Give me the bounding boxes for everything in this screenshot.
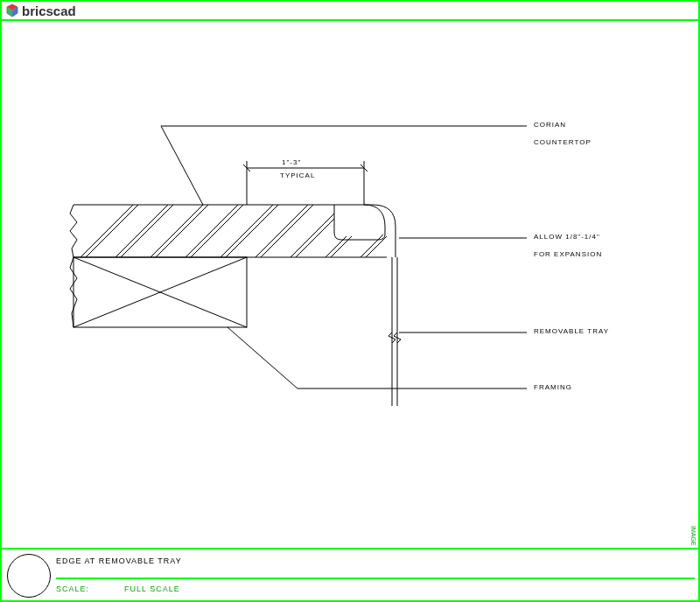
app-name: bricscad	[22, 4, 76, 18]
svg-line-9	[121, 205, 173, 257]
svg-line-8	[116, 205, 168, 257]
svg-line-11	[156, 205, 208, 257]
cube-icon	[5, 4, 19, 18]
drawing-title: EDGE AT REMOVABLE TRAY	[56, 556, 182, 565]
callout-expansion-l1: ALLOW 1/8"-1/4"	[534, 233, 600, 241]
detail-bubble	[7, 554, 51, 598]
svg-line-10	[150, 205, 203, 257]
dimension-note: TYPICAL	[280, 172, 315, 179]
svg-line-19	[296, 219, 334, 257]
svg-line-7	[86, 205, 138, 257]
svg-line-17	[261, 205, 313, 257]
drawing-canvas[interactable]: 1"-3" TYPICAL CORIAN COUNTERTOP ALLOW 1/…	[2, 21, 698, 548]
titleblock-divider	[56, 578, 695, 579]
callout-corian-l1: CORIAN	[534, 121, 566, 129]
callout-tray: REMOVABLE TRAY	[534, 327, 609, 335]
header-bar: bricscad	[2, 2, 698, 21]
scale-label: SCALE:	[56, 584, 89, 593]
app-logo: bricscad	[5, 4, 76, 18]
svg-line-12	[186, 205, 238, 257]
title-block: EDGE AT REMOVABLE TRAY SCALE: FULL SCALE	[2, 548, 698, 600]
svg-line-15	[226, 205, 278, 257]
svg-line-6	[80, 205, 133, 257]
svg-line-16	[256, 205, 308, 257]
app-window: bricscad	[0, 0, 700, 602]
svg-line-22	[360, 234, 383, 257]
callout-framing: FRAMING	[534, 383, 572, 391]
cad-drawing	[2, 21, 698, 551]
callout-expansion-l2: FOR EXPANSION	[534, 250, 602, 258]
side-tag: IMAGE	[690, 526, 696, 546]
svg-line-20	[326, 236, 346, 257]
dimension-value: 1"-3"	[282, 158, 301, 166]
scale-value: FULL SCALE	[124, 584, 180, 593]
svg-line-13	[191, 205, 243, 257]
svg-line-14	[220, 205, 273, 257]
svg-line-18	[290, 214, 334, 257]
callout-corian-l2: COUNTERTOP	[534, 138, 592, 146]
